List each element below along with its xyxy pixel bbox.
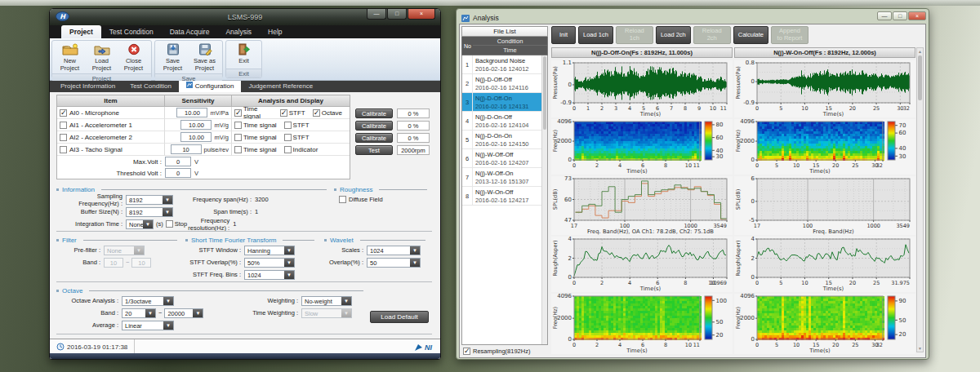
- load-1ch-button[interactable]: Load 1ch: [578, 26, 613, 44]
- integration-time-combo[interactable]: None▼: [126, 219, 154, 229]
- new-project-button[interactable]: New Project: [55, 42, 85, 72]
- menu-tab-help[interactable]: Help: [260, 25, 290, 38]
- sub-tab-judgement-reference[interactable]: Judgement Reference: [241, 81, 320, 92]
- wavelet-overlap-combo[interactable]: 50▼: [367, 258, 421, 268]
- octave-band-from-combo[interactable]: 20▼: [122, 308, 156, 318]
- load-default-button[interactable]: Load Default: [370, 311, 429, 323]
- maximize-button[interactable]: □: [387, 9, 407, 20]
- option-checkbox[interactable]: [284, 122, 292, 129]
- option-checkbox[interactable]: [284, 146, 292, 153]
- close-button[interactable]: ×: [408, 9, 435, 20]
- exit-button[interactable]: Exit: [229, 42, 259, 65]
- minimize-button[interactable]: —: [367, 9, 386, 20]
- file-list-row[interactable]: 3N(j)-D-Off-On2016-02-16 124131: [462, 93, 547, 112]
- channel-checkbox[interactable]: [60, 122, 67, 129]
- buffer-size-combo[interactable]: 8192▼: [126, 207, 173, 217]
- file-list-row[interactable]: 8N(j)-W-On-Off2016-02-16 124217: [462, 187, 547, 206]
- calibrate-button[interactable]: Calibrate: [355, 108, 393, 118]
- sensitivity-input[interactable]: 10.00: [180, 120, 212, 130]
- channel-checkbox[interactable]: [60, 134, 67, 141]
- file-list-header-button[interactable]: File List: [461, 26, 548, 37]
- file-list-row[interactable]: 5N(j)-D-On-On2016-02-16 124150: [462, 131, 547, 149]
- sensitivity-input[interactable]: 10: [171, 144, 202, 154]
- calibrate-button[interactable]: Calibrate: [355, 133, 393, 143]
- file-list-row[interactable]: 7N(j)-W-Off-On2013-12-16 151307: [462, 168, 547, 187]
- wavelet-scales-combo[interactable]: 1024▼: [367, 246, 421, 255]
- sensitivity-input[interactable]: 10.00: [176, 108, 207, 117]
- sensitivity-input[interactable]: 10.00: [180, 132, 212, 142]
- save-as-project-button[interactable]: Save as Project: [189, 42, 220, 72]
- init-button[interactable]: Init: [551, 26, 576, 44]
- scroll-down-icon[interactable]: ▼: [917, 345, 923, 352]
- scrollbar-thumb[interactable]: [543, 56, 546, 130]
- stft-window-combo[interactable]: Hanning▼: [244, 246, 295, 255]
- voltage-input[interactable]: 0: [165, 168, 191, 178]
- calculate-button[interactable]: Calculate: [733, 26, 768, 44]
- option-checkbox[interactable]: [234, 146, 242, 153]
- calibration-value[interactable]: 0 %: [397, 133, 430, 143]
- octave-average-combo[interactable]: Linear▼: [122, 321, 174, 330]
- sampling-frequency-combo[interactable]: 8192▼: [126, 195, 173, 205]
- close-project-button[interactable]: Close Project: [118, 42, 149, 72]
- weighting-combo[interactable]: No-weight▼: [301, 296, 352, 306]
- menu-tab-test-condition[interactable]: Test Condition: [101, 25, 162, 38]
- close-button[interactable]: ×: [908, 11, 926, 20]
- file-list-row[interactable]: 1Background Noise2016-02-16 124012: [462, 55, 547, 74]
- menu-tab-project[interactable]: Project: [61, 25, 101, 38]
- minimize-button[interactable]: —: [877, 11, 892, 20]
- resampling-checkbox[interactable]: [463, 348, 470, 355]
- sub-tab-project-information[interactable]: Project Information: [53, 81, 122, 92]
- option-checkbox[interactable]: [234, 122, 242, 129]
- stft-overlap-combo[interactable]: 50%▼: [244, 258, 295, 268]
- voltage-input[interactable]: 0: [165, 157, 191, 166]
- channel-checkbox[interactable]: [60, 109, 67, 117]
- load-2ch-button[interactable]: Load 2ch: [656, 26, 691, 44]
- chevron-down-icon[interactable]: ▼: [284, 246, 294, 255]
- calibration-value[interactable]: 0 %: [397, 121, 430, 131]
- vertical-scrollbar[interactable]: ▲ ▼: [916, 47, 924, 352]
- menu-tab-analysis[interactable]: Analysis: [217, 25, 260, 38]
- test-button[interactable]: Test: [355, 145, 393, 155]
- sub-tab-configuration[interactable]: Configuration: [179, 81, 242, 92]
- file-list-scrollbar[interactable]: [541, 55, 547, 344]
- chevron-down-icon[interactable]: ▼: [145, 309, 155, 317]
- file-list-row[interactable]: 4N(j)-D-On-Off2016-02-16 124104: [462, 112, 547, 131]
- chevron-down-icon[interactable]: ▼: [163, 208, 172, 216]
- calibrate-button[interactable]: Calibrate: [355, 121, 393, 131]
- chevron-down-icon[interactable]: ▼: [410, 259, 420, 267]
- option-checkbox[interactable]: [280, 109, 287, 117]
- scroll-up-icon[interactable]: ▲: [917, 48, 923, 55]
- option-checkbox[interactable]: [284, 134, 292, 141]
- maximize-button[interactable]: □: [893, 11, 907, 20]
- menu-tab-data-acquire[interactable]: Data Acquire: [162, 25, 218, 38]
- stop-checkbox[interactable]: [166, 220, 173, 228]
- file-list-row[interactable]: 2N(j)-D-Off-Off2016-02-16 124116: [462, 74, 547, 93]
- calibration-value[interactable]: 2000rpm: [397, 145, 430, 155]
- chevron-down-icon[interactable]: ▼: [341, 297, 351, 305]
- load-project-button[interactable]: Load Project: [87, 42, 117, 72]
- stft-freq-bins-combo[interactable]: 1024▼: [244, 270, 295, 280]
- scrollbar-thumb[interactable]: [918, 55, 922, 100]
- save-project-button[interactable]: Save Project: [158, 42, 188, 72]
- chevron-down-icon[interactable]: ▼: [163, 297, 173, 305]
- option-checkbox[interactable]: [234, 134, 242, 141]
- chevron-down-icon[interactable]: ▼: [410, 246, 420, 255]
- chevron-down-icon[interactable]: ▼: [163, 321, 173, 330]
- octave-band-to-combo[interactable]: 20000▼: [164, 308, 203, 318]
- chevron-down-icon[interactable]: ▼: [284, 271, 294, 279]
- title-bar[interactable]: Analysis — □ ×: [459, 11, 926, 24]
- calibration-value[interactable]: 0 %: [397, 108, 430, 118]
- title-bar[interactable]: H LSMS-999 — □ ×: [50, 9, 440, 25]
- option-checkbox[interactable]: [313, 109, 320, 117]
- octave-analysis-combo[interactable]: 1/3octave▼: [122, 296, 174, 306]
- chevron-down-icon[interactable]: ▼: [163, 196, 172, 204]
- channel-checkbox[interactable]: [60, 146, 67, 153]
- sub-tab-test-condition[interactable]: Test Condition: [122, 81, 179, 92]
- chevron-down-icon[interactable]: ▼: [193, 309, 203, 317]
- option-checkbox[interactable]: [234, 109, 242, 117]
- chevron-down-icon[interactable]: ▼: [143, 220, 153, 228]
- channel-table-header: ItemSensitivityAnalysis and Display: [57, 95, 350, 107]
- diffuse-field-checkbox[interactable]: [339, 196, 346, 203]
- chevron-down-icon[interactable]: ▼: [284, 259, 294, 267]
- file-list-row[interactable]: 6N(j)-W-Off-Off2016-02-16 124207: [462, 149, 547, 168]
